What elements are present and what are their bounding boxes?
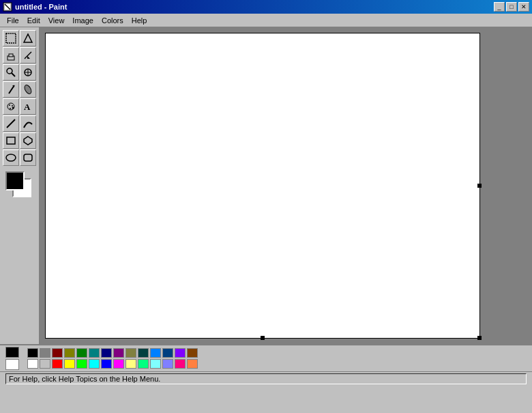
tool-btn-15[interactable] <box>20 149 36 166</box>
swatch-6[interactable] <box>101 348 112 358</box>
color-preview-area <box>5 171 34 200</box>
tool-btn-11[interactable] <box>20 115 36 132</box>
swatch-18[interactable] <box>76 359 87 369</box>
main-area: A <box>0 27 532 344</box>
swatch-11[interactable] <box>162 348 173 358</box>
tool-btn-8[interactable] <box>3 98 19 115</box>
window-controls[interactable]: _ □ ✕ <box>494 2 529 12</box>
tool-btn-9[interactable]: A <box>20 98 36 115</box>
swatch-27[interactable] <box>187 359 198 369</box>
palette-bar <box>0 344 532 371</box>
window-title: untitled - Paint <box>15 3 494 11</box>
swatch-25[interactable] <box>162 359 173 369</box>
swatch-24[interactable] <box>150 359 161 369</box>
swatch-row-1 <box>27 348 198 358</box>
tool-btn-4[interactable] <box>3 64 19 81</box>
swatch-19[interactable] <box>89 359 100 369</box>
resize-handle-br[interactable] <box>477 336 482 340</box>
tool-btn-1[interactable] <box>20 30 36 46</box>
palette-background[interactable] <box>5 359 19 370</box>
swatch-7[interactable] <box>113 348 124 358</box>
menu-item-help[interactable]: Help <box>128 15 151 26</box>
menu-item-image[interactable]: Image <box>68 15 98 26</box>
swatch-0[interactable] <box>27 348 38 358</box>
swatch-14[interactable] <box>27 359 38 369</box>
svg-line-8 <box>12 73 15 76</box>
swatch-9[interactable] <box>138 348 149 358</box>
swatch-17[interactable] <box>64 359 75 369</box>
swatch-10[interactable] <box>150 348 161 358</box>
svg-point-17 <box>12 105 13 106</box>
svg-point-19 <box>12 107 14 109</box>
svg-text:A: A <box>24 102 31 112</box>
color-swatches <box>27 348 198 369</box>
tools-grid: A <box>3 30 36 166</box>
tool-btn-10[interactable] <box>3 115 19 132</box>
status-text: For Help, click Help Topics on the Help … <box>5 373 527 384</box>
swatch-23[interactable] <box>138 359 149 369</box>
svg-point-24 <box>6 154 16 161</box>
menu-item-colors[interactable]: Colors <box>98 15 128 26</box>
status-bar: For Help, click Help Topics on the Help … <box>0 371 532 385</box>
app-icon <box>3 2 12 12</box>
tool-btn-0[interactable] <box>3 30 19 46</box>
swatch-8[interactable] <box>125 348 136 358</box>
tool-btn-6[interactable] <box>3 81 19 98</box>
canvas-container[interactable] <box>40 27 532 344</box>
menu-item-edit[interactable]: Edit <box>23 15 44 26</box>
swatch-21[interactable] <box>113 359 124 369</box>
svg-point-16 <box>9 104 10 106</box>
menu-bar: FileEditViewImageColorsHelp <box>0 14 532 27</box>
close-button[interactable]: ✕ <box>518 2 529 12</box>
svg-point-14 <box>23 84 33 95</box>
svg-point-15 <box>8 103 14 110</box>
svg-marker-23 <box>24 137 32 145</box>
svg-rect-22 <box>7 137 15 144</box>
tool-btn-14[interactable] <box>3 149 19 166</box>
swatch-15[interactable] <box>40 359 50 369</box>
svg-rect-2 <box>6 33 16 43</box>
svg-line-12 <box>9 85 14 94</box>
tool-btn-13[interactable] <box>20 132 36 149</box>
svg-marker-3 <box>24 34 32 42</box>
swatch-12[interactable] <box>175 348 186 358</box>
swatch-13[interactable] <box>187 348 198 358</box>
svg-line-21 <box>7 119 15 128</box>
svg-marker-6 <box>27 56 30 59</box>
swatch-3[interactable] <box>64 348 75 358</box>
maximize-button[interactable]: □ <box>506 2 517 12</box>
resize-handle-right[interactable] <box>477 184 482 188</box>
swatch-1[interactable] <box>40 348 50 358</box>
swatch-2[interactable] <box>52 348 63 358</box>
svg-rect-25 <box>24 154 32 161</box>
tool-btn-7[interactable] <box>20 81 36 98</box>
resize-handle-bottom[interactable] <box>261 336 265 340</box>
palette-foreground[interactable] <box>5 347 19 358</box>
swatch-20[interactable] <box>101 359 112 369</box>
swatch-row-2 <box>27 359 198 369</box>
swatch-22[interactable] <box>125 359 136 369</box>
tool-btn-2[interactable] <box>3 47 19 63</box>
palette-current-colors <box>5 347 19 370</box>
tool-btn-12[interactable] <box>3 132 19 149</box>
drawing-canvas[interactable] <box>45 33 480 339</box>
svg-point-7 <box>7 68 12 74</box>
foreground-color-box[interactable] <box>5 171 25 190</box>
tool-btn-3[interactable] <box>20 47 36 63</box>
swatch-16[interactable] <box>52 359 63 369</box>
swatch-4[interactable] <box>76 348 87 358</box>
title-bar: untitled - Paint _ □ ✕ <box>0 0 532 14</box>
svg-rect-5 <box>9 54 13 57</box>
swatch-26[interactable] <box>175 359 186 369</box>
toolbox: A <box>0 27 40 344</box>
svg-point-18 <box>10 108 11 109</box>
tool-btn-5[interactable] <box>20 64 36 81</box>
menu-item-file[interactable]: File <box>3 15 23 26</box>
menu-item-view[interactable]: View <box>44 15 69 26</box>
swatch-5[interactable] <box>89 348 100 358</box>
minimize-button[interactable]: _ <box>494 2 505 12</box>
